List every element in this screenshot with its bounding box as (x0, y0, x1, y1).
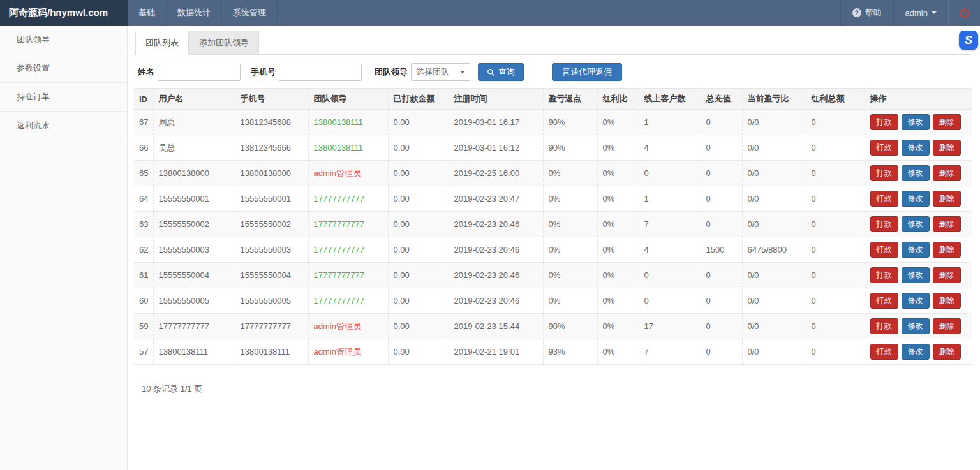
cell-actions: 打款修改删除 (865, 135, 972, 161)
column-header: 总充值 (701, 89, 742, 110)
browser-extension-badge-icon[interactable]: S (959, 31, 978, 50)
table-body: 67周总13812345688138001381110.002019-03-01… (134, 110, 972, 365)
cell-leader[interactable]: admin管理员 (308, 339, 388, 365)
nav-menu: 基础数据统计系统管理 (128, 0, 278, 26)
cell-leader[interactable]: admin管理员 (308, 161, 388, 186)
column-header: 用户名 (153, 89, 235, 110)
edit-button[interactable]: 修改 (902, 216, 930, 232)
logout-button[interactable] (948, 0, 980, 26)
delete-button[interactable]: 删除 (933, 318, 961, 334)
cell-username: 15555550003 (153, 237, 235, 263)
edit-button[interactable]: 修改 (902, 114, 930, 130)
cell-pl_rebate: 0% (543, 288, 597, 314)
column-header: 团队领导 (308, 89, 388, 110)
column-header: 手机号 (235, 89, 308, 110)
nav-item[interactable]: 系统管理 (222, 0, 278, 26)
name-input[interactable] (158, 64, 241, 81)
edit-button[interactable]: 修改 (902, 344, 930, 360)
tab-team-list[interactable]: 团队列表 (135, 31, 189, 55)
cell-phone: 13812345666 (235, 135, 308, 161)
table-row: 621555555000315555550003177777777770.002… (134, 237, 972, 263)
cell-leader[interactable]: 13800138111 (308, 110, 388, 135)
delete-button[interactable]: 删除 (933, 216, 961, 232)
column-header: 红利比 (597, 89, 639, 110)
nav-item[interactable]: 数据统计 (167, 0, 222, 26)
column-header: 盈亏返点 (543, 89, 597, 110)
cell-reg_time: 2019-02-23 20:47 (449, 186, 543, 212)
agent-rebate-button[interactable]: 普通代理返佣 (552, 63, 622, 81)
edit-button[interactable]: 修改 (902, 191, 930, 207)
search-icon (487, 68, 495, 77)
table-row: 651380013800013800138000admin管理员0.002019… (134, 161, 972, 186)
pay-button[interactable]: 打款 (870, 318, 898, 334)
cell-leader[interactable]: 17777777777 (308, 288, 388, 314)
cell-total_recharge: 0 (701, 161, 742, 186)
cell-leader[interactable]: 17777777777 (308, 237, 388, 263)
table-row: 571380013811113800138111admin管理员0.002019… (134, 339, 972, 365)
cell-leader[interactable]: 17777777777 (308, 186, 388, 212)
delete-button[interactable]: 删除 (933, 344, 961, 360)
power-icon (959, 7, 970, 18)
edit-button[interactable]: 修改 (902, 140, 930, 156)
help-button[interactable]: ? 帮助 (840, 0, 893, 26)
team-select[interactable]: 选择团队 ▼ (411, 63, 470, 81)
sidebar-item[interactable]: 团队领导 (0, 26, 127, 54)
edit-button[interactable]: 修改 (902, 318, 930, 334)
delete-button[interactable]: 删除 (933, 165, 961, 181)
cell-pl_rebate: 0% (543, 263, 597, 288)
edit-button[interactable]: 修改 (902, 267, 930, 283)
cell-online_customers: 7 (639, 212, 701, 237)
column-header: 注册时间 (449, 89, 543, 110)
column-header: 红利总额 (806, 89, 865, 110)
delete-button[interactable]: 删除 (933, 267, 961, 283)
cell-leader[interactable]: 17777777777 (308, 212, 388, 237)
cell-leader[interactable]: 17777777777 (308, 263, 388, 288)
pay-button[interactable]: 打款 (870, 216, 898, 232)
cell-bonus_ratio: 0% (597, 186, 639, 212)
cell-actions: 打款修改删除 (865, 263, 972, 288)
delete-button[interactable]: 删除 (933, 114, 961, 130)
cell-leader[interactable]: 13800138111 (308, 135, 388, 161)
delete-button[interactable]: 删除 (933, 191, 961, 207)
delete-button[interactable]: 删除 (933, 140, 961, 156)
cell-leader[interactable]: admin管理员 (308, 314, 388, 339)
phone-input[interactable] (279, 64, 362, 81)
pay-button[interactable]: 打款 (870, 114, 898, 130)
cell-id: 66 (134, 135, 153, 161)
pay-button[interactable]: 打款 (870, 165, 898, 181)
sidebar-item[interactable]: 返利流水 (0, 112, 127, 140)
edit-button[interactable]: 修改 (902, 165, 930, 181)
cell-total_recharge: 0 (701, 135, 742, 161)
cell-total_recharge: 0 (701, 186, 742, 212)
cell-bonus_ratio: 0% (597, 212, 639, 237)
cell-current_pl: 0/0 (742, 263, 806, 288)
cell-phone: 17777777777 (235, 314, 308, 339)
pay-button[interactable]: 打款 (870, 242, 898, 258)
pay-button[interactable]: 打款 (870, 191, 898, 207)
nav-item[interactable]: 基础 (128, 0, 167, 26)
user-dropdown[interactable]: admin (893, 0, 948, 26)
sidebar-item[interactable]: 持仓订单 (0, 83, 127, 112)
cell-phone: 15555550004 (235, 263, 308, 288)
cell-total_recharge: 1500 (701, 237, 742, 263)
pay-button[interactable]: 打款 (870, 140, 898, 156)
cell-bonus_total: 0 (806, 237, 865, 263)
pay-button[interactable]: 打款 (870, 344, 898, 360)
cell-bonus_total: 0 (806, 314, 865, 339)
cell-pl_rebate: 93% (543, 339, 597, 365)
delete-button[interactable]: 删除 (933, 293, 961, 309)
pay-button[interactable]: 打款 (870, 293, 898, 309)
delete-button[interactable]: 删除 (933, 242, 961, 258)
cell-online_customers: 4 (639, 237, 701, 263)
edit-button[interactable]: 修改 (902, 242, 930, 258)
cell-bonus_total: 0 (806, 212, 865, 237)
edit-button[interactable]: 修改 (902, 293, 930, 309)
tab-add-leader[interactable]: 添加团队领导 (189, 31, 259, 55)
cell-id: 60 (134, 288, 153, 314)
cell-paid: 0.00 (388, 186, 449, 212)
pay-button[interactable]: 打款 (870, 267, 898, 283)
sidebar-item[interactable]: 参数设置 (0, 54, 127, 83)
search-button[interactable]: 查询 (478, 63, 524, 81)
cell-pl_rebate: 0% (543, 161, 597, 186)
cell-phone: 13800138000 (235, 161, 308, 186)
